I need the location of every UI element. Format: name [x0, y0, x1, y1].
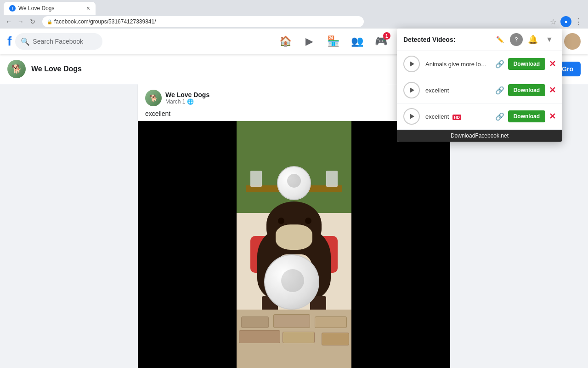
facebook-logo: f [7, 34, 11, 49]
ball-top [277, 166, 311, 200]
search-icon: 🔍 [21, 37, 30, 46]
video-nav-icon[interactable]: ▶ [299, 30, 321, 52]
popup-pencil-icon[interactable]: ✏️ [493, 33, 506, 46]
link-icon-3[interactable]: 🔗 [495, 112, 504, 121]
link-icon-2[interactable]: 🔗 [495, 86, 504, 95]
dog-head-area [262, 201, 326, 257]
popup-footer[interactable]: DownloadFacebook.net [397, 130, 562, 142]
post-author-avatar[interactable]: 🐕 [145, 90, 162, 106]
play-button-2[interactable] [403, 82, 420, 98]
popup-collapse-icon[interactable]: ▼ [543, 33, 556, 46]
search-input[interactable] [33, 38, 97, 45]
video-item-1: Animals give more love than h... 🔗 Downl… [397, 51, 562, 77]
cup-left [250, 171, 262, 187]
play-button-1[interactable] [403, 56, 420, 72]
hd-badge: HD [452, 115, 461, 120]
play-triangle-icon-2 [410, 87, 414, 93]
user-avatar[interactable] [564, 33, 581, 50]
facebook-tab-icon: f [9, 5, 16, 12]
tab-close-button[interactable]: × [86, 5, 90, 12]
lock-icon: 🔒 [47, 19, 52, 24]
post-image [237, 121, 351, 368]
ball-bottom [264, 254, 319, 310]
download-button-2[interactable]: Download [508, 84, 545, 96]
browser-right-controls: ☆ ● ⋮ [548, 16, 584, 27]
chrome-menu-icon[interactable]: ⋮ [573, 16, 584, 27]
browser-navigation: ← → ↻ [4, 17, 38, 27]
address-bar: ← → ↻ 🔒 facebook.com/groups/531674127339… [0, 15, 588, 29]
marketplace-nav-icon[interactable]: 🏪 [322, 30, 345, 52]
footer-text: DownloadFacebook.net [451, 132, 509, 139]
group-avatar: 🐕 [7, 60, 26, 78]
extension-icon-blue[interactable]: ● [560, 16, 571, 27]
link-icon-1[interactable]: 🔗 [495, 60, 504, 69]
search-bar[interactable]: 🔍 [15, 33, 102, 50]
download-button-3[interactable]: Download [508, 110, 545, 122]
video-item-2: excellent 🔗 Download ✕ [397, 77, 562, 104]
back-button[interactable]: ← [4, 17, 14, 27]
play-button-3[interactable] [403, 108, 420, 125]
bookmark-icon[interactable]: ☆ [548, 16, 559, 27]
tab-title: We Love Dogs [18, 5, 55, 12]
popup-header: Detected Videos: ✏️ ? 🔔 ▼ [397, 29, 562, 51]
video-actions-1: 🔗 Download ✕ [495, 58, 556, 70]
globe-icon: 🌐 [187, 98, 194, 105]
cup-right [326, 171, 338, 187]
home-nav-icon[interactable]: 🏠 [275, 30, 297, 52]
popup-header-icons: ✏️ ? 🔔 ▼ [493, 33, 556, 46]
remove-button-3[interactable]: ✕ [549, 111, 556, 121]
video-title-3: excellent HD [425, 113, 490, 120]
video-item-3: excellent HD 🔗 Download ✕ [397, 104, 562, 130]
play-triangle-icon [410, 61, 414, 67]
reload-button[interactable]: ↻ [28, 17, 38, 27]
groups-nav-icon[interactable]: 👥 [346, 30, 368, 52]
video-title-2: excellent [425, 87, 490, 94]
popup-help-icon[interactable]: ? [510, 33, 523, 46]
video-actions-3: 🔗 Download ✕ [495, 110, 556, 122]
gaming-nav-icon[interactable]: 🎮 1 [370, 30, 392, 52]
video-actions-2: 🔗 Download ✕ [495, 84, 556, 96]
video-title-1: Animals give more love than h... [425, 61, 490, 68]
notification-badge: 1 [383, 32, 390, 40]
url-text: facebook.com/groups/531674127339841/ [54, 18, 156, 25]
stone-floor [237, 310, 351, 368]
popup-bell-icon[interactable]: 🔔 [526, 33, 539, 46]
extension-popup: Detected Videos: ✏️ ? 🔔 ▼ Animals give m… [397, 29, 562, 142]
remove-button-1[interactable]: ✕ [549, 59, 556, 69]
download-button-1[interactable]: Download [508, 58, 545, 70]
forward-button[interactable]: → [16, 17, 26, 27]
navbar-right [564, 33, 581, 50]
browser-chrome: f We Love Dogs × ← → ↻ 🔒 facebook.com/gr… [0, 0, 588, 29]
address-field[interactable]: 🔒 facebook.com/groups/531674127339841/ [42, 16, 364, 27]
browser-tab[interactable]: f We Love Dogs × [4, 2, 96, 15]
play-triangle-icon-3 [410, 114, 414, 119]
popup-title: Detected Videos: [403, 36, 455, 43]
post-image-container [138, 121, 450, 368]
remove-button-2[interactable]: ✕ [549, 85, 556, 95]
